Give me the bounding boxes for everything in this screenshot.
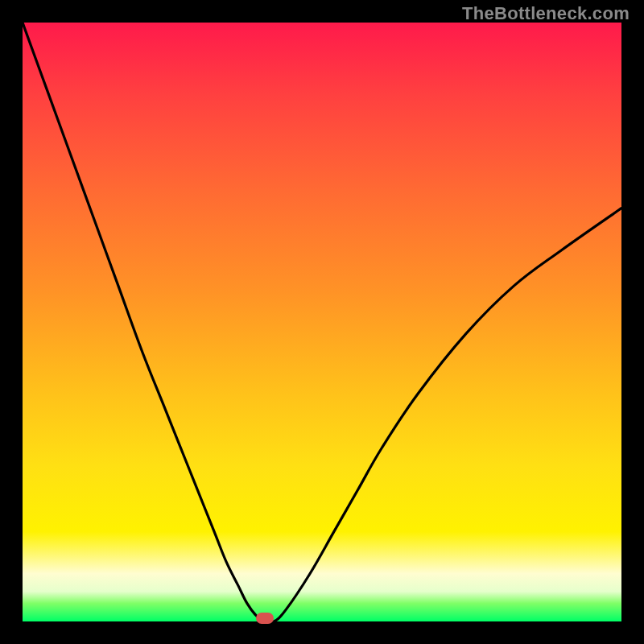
bottleneck-curve — [23, 23, 621, 621]
chart-frame: TheBottleneck.com — [0, 0, 644, 644]
plot-area — [23, 23, 621, 621]
optimum-marker — [256, 613, 274, 624]
watermark-text: TheBottleneck.com — [462, 3, 630, 24]
curve-svg — [23, 23, 621, 621]
